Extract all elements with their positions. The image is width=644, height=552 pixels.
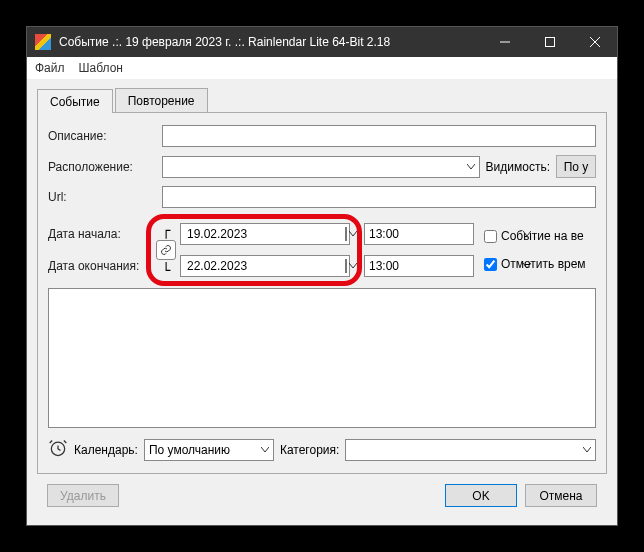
location-input[interactable] [163, 157, 463, 177]
label-description: Описание: [48, 129, 156, 143]
chevron-down-icon[interactable] [257, 440, 273, 460]
end-date-picker[interactable] [180, 255, 350, 277]
marktime-label: Отметить врем [501, 257, 586, 271]
bracket-top: ┌ [159, 222, 173, 238]
marktime-check-input[interactable] [484, 258, 497, 271]
menu-file[interactable]: Файл [35, 61, 65, 75]
notes-textarea[interactable] [48, 288, 596, 428]
label-visibility: Видимость: [486, 160, 550, 174]
chevron-down-icon[interactable] [349, 224, 357, 244]
url-input[interactable] [162, 186, 596, 208]
client-area: Событие Повторение Описание: Расположени… [27, 80, 617, 525]
app-icon [35, 34, 51, 50]
location-combo[interactable] [162, 156, 480, 178]
tabstrip: Событие Повторение [37, 88, 607, 112]
window-title: Событие .:. 19 февраля 2023 г. .:. Rainl… [59, 35, 482, 49]
event-window: Событие .:. 19 февраля 2023 г. .:. Rainl… [26, 26, 618, 526]
end-time-combo[interactable] [364, 255, 474, 277]
label-start-date: Дата начала: [48, 227, 156, 241]
allday-checkbox[interactable]: Событие на ве [484, 229, 586, 243]
calendar-icon[interactable] [345, 227, 347, 241]
bracket-bottom: └ [159, 262, 173, 278]
visibility-combo[interactable]: По у [556, 155, 596, 178]
menubar: Файл Шаблон [27, 57, 617, 80]
end-date-input[interactable] [181, 256, 343, 276]
visibility-value: По у [564, 160, 589, 174]
start-date-picker[interactable] [180, 223, 350, 245]
label-url: Url: [48, 190, 156, 204]
menu-template[interactable]: Шаблон [79, 61, 123, 75]
label-calendar: Календарь: [74, 443, 138, 457]
description-input[interactable] [162, 125, 596, 147]
calendar-value: По умолчанию [145, 440, 257, 460]
tab-repeat[interactable]: Повторение [115, 88, 208, 112]
start-date-input[interactable] [181, 224, 343, 244]
delete-button[interactable]: Удалить [47, 484, 119, 507]
tab-panel: Описание: Расположение: Видимость: По у … [37, 112, 607, 474]
category-input[interactable] [346, 440, 579, 460]
dialog-buttons: Удалить OK Отмена [37, 474, 607, 517]
start-time-combo[interactable] [364, 223, 474, 245]
link-icon[interactable] [156, 240, 176, 260]
tab-event[interactable]: Событие [37, 89, 113, 113]
label-location: Расположение: [48, 160, 156, 174]
chevron-down-icon[interactable] [463, 157, 479, 177]
minimize-button[interactable] [482, 27, 527, 57]
marktime-checkbox[interactable]: Отметить врем [484, 257, 586, 271]
chevron-down-icon[interactable] [579, 440, 595, 460]
svg-rect-1 [545, 38, 554, 47]
maximize-button[interactable] [527, 27, 572, 57]
titlebar: Событие .:. 19 февраля 2023 г. .:. Rainl… [27, 27, 617, 57]
chevron-down-icon[interactable] [349, 256, 357, 276]
category-combo[interactable] [345, 439, 596, 461]
label-end-date: Дата окончания: [48, 259, 156, 273]
cancel-button[interactable]: Отмена [525, 484, 597, 507]
calendar-combo[interactable]: По умолчанию [144, 439, 274, 461]
label-category: Категория: [280, 443, 339, 457]
allday-label: Событие на ве [501, 229, 584, 243]
allday-check-input[interactable] [484, 230, 497, 243]
alarm-icon[interactable] [48, 438, 68, 461]
close-button[interactable] [572, 27, 617, 57]
ok-button[interactable]: OK [445, 484, 517, 507]
calendar-icon[interactable] [345, 259, 347, 273]
